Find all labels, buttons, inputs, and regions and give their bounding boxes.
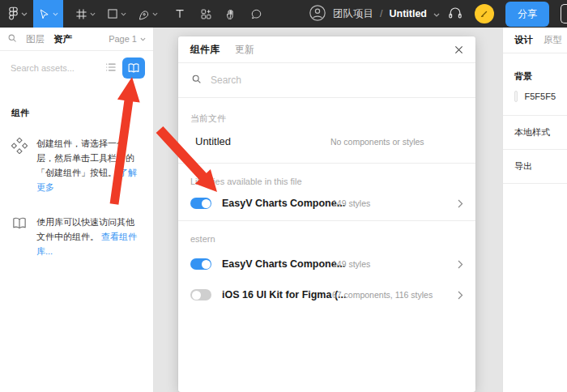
open-book-icon <box>127 62 140 74</box>
library-tip: 使用库可以快速访问其他文件中的组件。 查看组件库... <box>11 215 142 258</box>
modal-header: 组件库 更新 <box>178 36 475 63</box>
breadcrumb-separator: / <box>380 8 382 19</box>
page-selector-label: Page 1 <box>109 34 137 44</box>
modal-tab-updates[interactable]: 更新 <box>235 43 254 57</box>
hand-icon <box>225 8 237 20</box>
current-file-meta: No components or styles <box>330 137 424 147</box>
available-libraries-section: Libraries available in this file EasyV C… <box>178 164 475 221</box>
hand-tool-button[interactable] <box>220 0 243 28</box>
right-sidebar-tabs: 设计 原型 Ins <box>503 28 567 53</box>
resources-tool-button[interactable] <box>194 0 218 28</box>
close-icon[interactable] <box>454 45 463 54</box>
library-row[interactable]: EasyV Charts Compone... 149 styles <box>178 186 475 220</box>
current-file-section: 当前文件 Untitled No components or styles <box>178 98 475 164</box>
chevron-right-icon[interactable] <box>458 199 463 208</box>
search-icon[interactable] <box>7 33 17 45</box>
chevron-right-icon[interactable] <box>458 260 463 269</box>
list-view-icon[interactable] <box>105 61 117 75</box>
assets-panel-body: 组件 创建组件，请选择一个层，然后单击工具栏中的「创建组件」按钮。 了解更多 <box>0 107 153 258</box>
left-sidebar-tabs: 图层 资产 Page 1 <box>0 28 153 51</box>
frame-tool-button[interactable] <box>70 0 101 28</box>
tab-assets[interactable]: 资产 <box>53 33 72 45</box>
background-color-value[interactable]: F5F5F5 <box>524 92 556 101</box>
pen-tool-button[interactable] <box>132 0 164 28</box>
available-libraries-label: Libraries available in this file <box>178 164 475 186</box>
library-meta: 67 components, 116 styles <box>332 290 433 300</box>
modal-tab-libraries[interactable]: 组件库 <box>190 43 220 57</box>
user-avatar-icon[interactable] <box>309 4 326 24</box>
library-meta: 149 styles <box>332 259 370 269</box>
background-section: 背景 F5F5F5 <box>503 53 567 116</box>
text-tool-button[interactable] <box>168 0 191 28</box>
export-section[interactable]: 导出 <box>503 150 567 184</box>
chevron-down-icon <box>152 12 158 16</box>
rectangle-icon <box>107 8 118 19</box>
breadcrumb: 团队项目 / Untitled <box>309 4 440 24</box>
toolbar: 团队项目 / Untitled 分享 <box>0 0 567 28</box>
assets-search-row <box>0 51 153 85</box>
chevron-down-icon <box>90 12 96 16</box>
team-label: estern <box>178 221 475 244</box>
library-toggle-on[interactable] <box>190 198 211 209</box>
tab-design[interactable]: 设计 <box>514 34 533 46</box>
team-libraries-section: estern EasyV Charts Compone... 149 style… <box>178 221 475 310</box>
chevron-down-icon[interactable] <box>433 8 440 19</box>
chevron-down-icon <box>21 12 28 16</box>
chevron-down-icon <box>53 12 58 16</box>
tab-prototype[interactable]: 原型 <box>544 34 562 46</box>
figma-app: 团队项目 / Untitled 分享 <box>0 0 567 392</box>
current-file-name: Untitled <box>195 135 231 147</box>
color-swatch[interactable] <box>514 91 518 102</box>
figma-logo-icon <box>8 6 19 22</box>
assets-search-input[interactable] <box>11 63 100 73</box>
breadcrumb-filename[interactable]: Untitled <box>389 8 427 19</box>
cursor-icon <box>38 8 50 20</box>
library-meta: 149 styles <box>332 198 370 208</box>
cropped-toolbar-button[interactable] <box>561 4 567 23</box>
background-label: 背景 <box>514 70 556 83</box>
frame-icon <box>75 8 87 20</box>
text-icon <box>174 8 185 19</box>
component-diamonds-icon <box>11 138 28 195</box>
current-file-label: 当前文件 <box>178 98 475 125</box>
chevron-down-icon <box>121 12 126 16</box>
move-tool-button[interactable] <box>33 0 63 28</box>
library-row[interactable]: EasyV Charts Compone... 149 styles <box>178 249 475 279</box>
local-styles-section[interactable]: 本地样式 <box>503 116 567 150</box>
main-menu-button[interactable] <box>0 0 33 28</box>
search-icon <box>191 73 202 87</box>
chevron-right-icon[interactable] <box>458 291 463 300</box>
page-selector[interactable]: Page 1 <box>109 34 146 44</box>
right-sidebar: 设计 原型 Ins 背景 F5F5F5 本地样式 导出 <box>502 28 567 392</box>
libraries-button[interactable] <box>122 58 145 79</box>
tab-layers[interactable]: 图层 <box>26 33 45 45</box>
breadcrumb-team[interactable]: 团队项目 <box>333 7 373 21</box>
pen-icon <box>138 8 150 20</box>
chevron-down-icon <box>140 37 146 41</box>
headphones-icon[interactable] <box>447 5 463 23</box>
library-name: EasyV Charts Compone... <box>222 258 345 270</box>
share-button[interactable]: 分享 <box>505 2 549 27</box>
current-file-row: Untitled No components or styles <box>178 125 475 163</box>
shape-tool-button[interactable] <box>101 0 132 28</box>
modal-search-row <box>178 63 475 98</box>
library-name: iOS 16 UI Kit for Figma (... <box>222 289 347 300</box>
components-grid-icon <box>200 8 212 20</box>
library-toggle-on[interactable] <box>190 258 211 270</box>
modal-search-input[interactable] <box>211 75 463 86</box>
library-row[interactable]: iOS 16 UI Kit for Figma (... 67 componen… <box>178 279 475 310</box>
libraries-modal: 组件库 更新 当前文件 Untitled No components or st… <box>178 36 475 392</box>
open-book-icon <box>11 216 28 258</box>
components-section-header: 组件 <box>11 107 142 119</box>
collaborator-avatar[interactable] <box>475 4 494 23</box>
library-name: EasyV Charts Compone... <box>222 198 345 209</box>
background-color-row[interactable]: F5F5F5 <box>514 91 556 102</box>
toolbar-right-group: 分享 <box>447 2 567 27</box>
comment-tool-button[interactable] <box>245 0 268 28</box>
left-sidebar: 图层 资产 Page 1 组件 <box>0 28 154 392</box>
comment-bubble-icon <box>250 8 262 20</box>
create-component-tip: 创建组件，请选择一个层，然后单击工具栏中的「创建组件」按钮。 了解更多 <box>11 136 142 195</box>
library-toggle-off[interactable] <box>190 289 211 300</box>
